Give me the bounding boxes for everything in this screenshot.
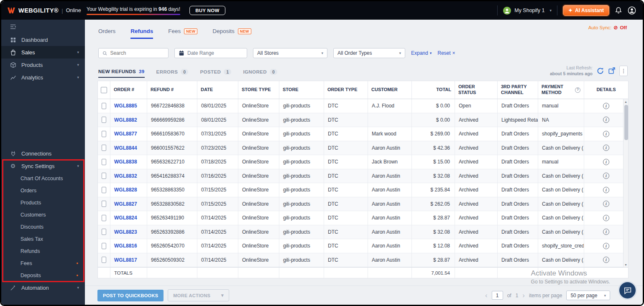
row-checkbox[interactable] bbox=[102, 131, 106, 137]
search-input[interactable] bbox=[110, 50, 164, 56]
app-window: WEBGILITY® | Online Your Webgility trial… bbox=[0, 0, 644, 306]
subtab-posted[interactable]: POSTED 1 bbox=[200, 69, 231, 78]
scroll-up-icon[interactable]: ▲ bbox=[624, 99, 627, 104]
buy-now-button[interactable]: BUY NOW bbox=[189, 6, 225, 15]
details-info-icon[interactable]: i bbox=[603, 187, 609, 193]
post-to-quickbooks-button[interactable]: POST TO QUICKBOOKS bbox=[97, 290, 164, 301]
row-checkbox[interactable] bbox=[102, 103, 106, 109]
account-switcher[interactable]: My Shopify 1 ▾ bbox=[503, 7, 552, 15]
channel-cell: Draft Orders bbox=[498, 169, 538, 183]
total-cell: $ 15.00 bbox=[412, 155, 455, 169]
order-number-link[interactable]: WGL8827 bbox=[114, 201, 137, 207]
details-info-icon[interactable]: i bbox=[603, 131, 609, 137]
order-type-filter-select[interactable]: All Order Types ▾ bbox=[333, 48, 405, 58]
help-icon[interactable]: ? bbox=[575, 87, 580, 93]
select-all-checkbox[interactable] bbox=[101, 87, 107, 93]
row-checkbox[interactable] bbox=[102, 145, 106, 151]
details-info-icon[interactable]: i bbox=[603, 103, 609, 109]
topbar-right: My Shopify 1 ▾ ✦ AI Assistant bbox=[497, 5, 643, 16]
details-info-icon[interactable]: i bbox=[603, 145, 609, 151]
sidebar-subitem[interactable]: Discounts ● bbox=[1, 221, 85, 233]
reset-filters-link[interactable]: Reset × bbox=[437, 50, 455, 56]
tab-orders[interactable]: Orders bbox=[98, 28, 115, 38]
row-checkbox[interactable] bbox=[102, 229, 106, 235]
sidebar-subitem[interactable]: Refunds ● bbox=[1, 245, 85, 257]
subtab-ignored[interactable]: IGNORED 0 bbox=[243, 69, 277, 78]
row-checkbox[interactable] bbox=[102, 243, 106, 249]
order-number-link[interactable]: WGL8885 bbox=[114, 103, 137, 109]
tab-deposits[interactable]: Deposits NEW bbox=[212, 28, 251, 38]
row-checkbox[interactable] bbox=[102, 187, 106, 193]
next-page-button[interactable]: › bbox=[522, 292, 525, 299]
details-info-icon[interactable]: i bbox=[603, 159, 609, 165]
payment-method-cell: Cash on Delivery (... bbox=[538, 253, 584, 267]
sidebar-item-connections[interactable]: Connections bbox=[1, 147, 85, 160]
details-info-icon[interactable]: i bbox=[603, 201, 609, 207]
order-number-link[interactable]: WGL8828 bbox=[114, 187, 137, 193]
table-body: WGL8885 966722846838 08/01/2025 OnlineSt… bbox=[98, 99, 628, 267]
details-info-icon[interactable]: i bbox=[603, 173, 609, 179]
sidebar-item-automation[interactable]: Automation ▾ bbox=[1, 281, 85, 294]
store-type-cell: OnlineStore bbox=[238, 197, 279, 211]
order-status-cell: Open bbox=[455, 99, 498, 113]
details-info-icon[interactable]: i bbox=[603, 215, 609, 221]
auto-sync-toggle[interactable]: Auto Sync: ⊘ Off bbox=[588, 25, 627, 31]
sidebar-subitem[interactable]: Products ● bbox=[1, 196, 85, 209]
page-number-input[interactable] bbox=[492, 291, 503, 300]
ai-assistant-button[interactable]: ✦ AI Assistant bbox=[563, 5, 609, 16]
table-row: WGL8832 965416288374 07/16/2025 OnlineSt… bbox=[98, 169, 628, 184]
date-range-picker[interactable]: Date Range bbox=[174, 48, 247, 58]
row-checkbox[interactable] bbox=[102, 257, 106, 263]
tab-fees[interactable]: Fees NEW bbox=[168, 28, 197, 38]
sidebar-item-products[interactable]: Products ▾ bbox=[1, 59, 85, 71]
more-actions-button[interactable]: MORE ACTIONS ▾ bbox=[168, 289, 229, 301]
scroll-down-icon[interactable]: ▼ bbox=[624, 262, 627, 267]
order-number-link[interactable]: WGL8824 bbox=[114, 215, 137, 221]
order-number-link[interactable]: WGL8817 bbox=[114, 257, 137, 263]
order-number-link[interactable]: WGL8838 bbox=[114, 159, 137, 165]
row-checkbox[interactable] bbox=[102, 173, 106, 179]
per-page-select[interactable]: 50 per page ▾ bbox=[566, 291, 610, 300]
sidebar-subitem[interactable]: Fees ● bbox=[1, 257, 85, 269]
tab-refunds[interactable]: Refunds bbox=[130, 28, 153, 39]
row-checkbox[interactable] bbox=[102, 215, 106, 221]
sidebar-collapse-button[interactable] bbox=[1, 20, 85, 33]
order-number-link[interactable]: WGL8882 bbox=[114, 117, 137, 123]
order-number-link[interactable]: WGL8823 bbox=[114, 229, 137, 235]
row-checkbox[interactable] bbox=[102, 201, 106, 207]
sidebar-subitem[interactable]: Customers ● bbox=[1, 209, 85, 221]
store-filter-select[interactable]: All Stores ▾ bbox=[253, 48, 327, 58]
details-info-icon[interactable]: i bbox=[603, 257, 609, 263]
sidebar-item-sync-settings[interactable]: ⚙ Sync Settings ▾ bbox=[1, 160, 85, 172]
notifications-button[interactable] bbox=[615, 7, 622, 14]
account-name: My Shopify 1 bbox=[514, 8, 544, 13]
details-info-icon[interactable]: i bbox=[603, 117, 609, 123]
order-number-link[interactable]: WGL8832 bbox=[114, 173, 137, 179]
sidebar-subitem[interactable]: Orders ● bbox=[1, 184, 85, 196]
subtab-new-refunds[interactable]: NEW REFUNDS 39 bbox=[98, 69, 145, 78]
sidebar-subitem[interactable]: Deposits ● bbox=[1, 269, 85, 281]
sidebar-item-sales[interactable]: Sales ▾ bbox=[1, 46, 85, 59]
order-number-link[interactable]: WGL8844 bbox=[114, 145, 137, 151]
order-status-cell: Archived bbox=[455, 197, 498, 211]
more-options-button[interactable]: ⋮ bbox=[619, 66, 628, 76]
order-number-link[interactable]: WGL8816 bbox=[114, 243, 137, 249]
subtab-errors[interactable]: ERRORS 0 bbox=[156, 69, 189, 78]
refresh-button[interactable] bbox=[596, 67, 604, 75]
scrollbar-thumb[interactable] bbox=[624, 105, 628, 140]
row-checkbox[interactable] bbox=[102, 159, 106, 165]
expand-filters-link[interactable]: Expand ▾ bbox=[411, 50, 432, 56]
row-checkbox[interactable] bbox=[102, 117, 106, 123]
sidebar-item-dashboard[interactable]: Dashboard bbox=[1, 33, 85, 46]
chat-widget-button[interactable] bbox=[618, 281, 637, 300]
sidebar-subitem[interactable]: Sales Tax ● bbox=[1, 233, 85, 245]
sidebar-subitem[interactable]: Chart Of Accounts ● bbox=[1, 172, 85, 184]
export-button[interactable] bbox=[608, 67, 616, 74]
details-info-icon[interactable]: i bbox=[603, 243, 609, 249]
sidebar-item-analytics[interactable]: Analytics ▾ bbox=[1, 71, 85, 84]
table-scrollbar[interactable]: ▲ ▼ bbox=[623, 99, 628, 267]
profile-button[interactable] bbox=[628, 6, 636, 15]
details-info-icon[interactable]: i bbox=[603, 229, 609, 235]
previous-page-button[interactable]: ‹ bbox=[485, 292, 488, 299]
order-number-link[interactable]: WGL8877 bbox=[114, 131, 137, 137]
